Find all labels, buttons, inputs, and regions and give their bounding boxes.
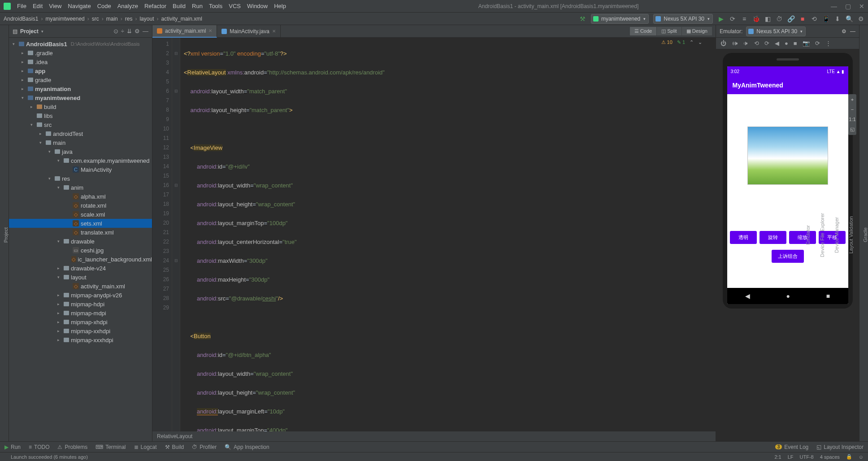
crumb[interactable]: src xyxy=(92,16,99,22)
project-title[interactable]: Project xyxy=(20,28,39,35)
emulator-device-dropdown[interactable]: Nexus 5X API 30 xyxy=(746,26,806,36)
tree-item[interactable]: ▾drawable xyxy=(9,237,152,246)
menu-file[interactable]: File xyxy=(17,3,26,9)
menu-window[interactable]: Window xyxy=(247,3,268,9)
debug-icon[interactable]: 🐞 xyxy=(752,15,760,22)
tree-item[interactable]: ▸gradle xyxy=(9,75,152,84)
minimize-icon[interactable]: — xyxy=(831,3,837,10)
tree-item[interactable]: CMainActivity xyxy=(9,165,152,174)
status-indent[interactable]: 4 spaces xyxy=(820,454,840,460)
tree-item[interactable]: ◇scale.xml xyxy=(9,210,152,219)
hide-icon[interactable]: — xyxy=(850,28,855,35)
tree-item[interactable]: ▾layout xyxy=(9,273,152,282)
snapshot-icon[interactable]: ⟳ xyxy=(815,40,820,47)
tree-item[interactable]: ◇activity_main.xml xyxy=(9,282,152,291)
menu-help[interactable]: Help xyxy=(274,3,286,9)
menu-run[interactable]: Run xyxy=(192,3,203,9)
tree-item[interactable]: ▸mipmap-xxhdpi xyxy=(9,326,152,335)
zoom-actual-icon[interactable]: ◱ xyxy=(850,126,855,132)
zoom-out-icon[interactable]: − xyxy=(851,107,854,112)
gear-icon[interactable]: ⚙ xyxy=(842,28,846,35)
back-icon[interactable]: ◀ xyxy=(775,40,779,47)
gear-icon[interactable]: ⚙ xyxy=(135,28,140,35)
bottom-event-log[interactable]: 3Event Log xyxy=(775,444,809,450)
settings-icon[interactable]: ⚙ xyxy=(857,15,864,22)
stop-icon[interactable]: ■ xyxy=(799,15,806,22)
rail-device-file-explorer[interactable]: Device File Explorer xyxy=(820,213,825,257)
status-caret-pos[interactable]: 2:1 xyxy=(774,454,781,460)
status-notifications-icon[interactable]: ☺ xyxy=(859,454,864,460)
profiler-icon[interactable]: ⏱ xyxy=(776,15,783,22)
btn-scale[interactable]: 缩放 xyxy=(789,231,816,244)
close-icon[interactable]: ✕ xyxy=(272,29,276,34)
rail-gradle[interactable]: Gradle xyxy=(863,227,868,242)
avd-icon[interactable]: 📱 xyxy=(822,15,829,22)
more-icon[interactable]: ⋮ xyxy=(825,40,831,47)
device-dropdown[interactable]: Nexus 5X API 30 xyxy=(653,14,713,24)
bottom-run[interactable]: ▶Run xyxy=(4,444,21,450)
tree-item[interactable]: ▸.idea xyxy=(9,57,152,66)
btn-rotate[interactable]: 旋转 xyxy=(760,231,786,244)
menu-edit[interactable]: Edit xyxy=(33,3,43,9)
menu-code[interactable]: Code xyxy=(97,3,111,9)
close-icon[interactable]: ✕ xyxy=(208,28,212,33)
bottom-layout-inspector[interactable]: ◱ Layout Inspector xyxy=(816,444,864,450)
view-mode-design[interactable]: ▦ Design xyxy=(682,27,712,35)
tree-item[interactable]: ▸mipmap-hdpi xyxy=(9,300,152,309)
nav-overview-icon[interactable]: ■ xyxy=(826,292,830,300)
power-icon[interactable]: ⏻ xyxy=(720,40,726,47)
rotate-right-icon[interactable]: ⟳ xyxy=(764,40,769,47)
zoom-fit-icon[interactable]: 1:1 xyxy=(849,117,855,122)
editor-breadcrumb[interactable]: RelativeLayout xyxy=(152,431,716,441)
tree-item[interactable]: ▸mipmap-mdpi xyxy=(9,309,152,317)
close-icon[interactable]: ✕ xyxy=(859,3,864,10)
overview-icon[interactable]: ■ xyxy=(794,40,797,47)
run-icon[interactable]: ▶ xyxy=(717,15,725,22)
rail-layout-validation[interactable]: Layout Validation xyxy=(848,216,854,254)
tree-item[interactable]: libs xyxy=(9,111,152,120)
crumb[interactable]: activity_main.xml xyxy=(161,16,202,22)
tree-item[interactable]: ▾res xyxy=(9,174,152,183)
btn-alpha[interactable]: 透明 xyxy=(730,231,757,244)
tree-item[interactable]: ▾src xyxy=(9,120,152,129)
collapse-icon[interactable]: ⇊ xyxy=(127,28,132,35)
tree-item[interactable]: ▸mipmap-xxxhdpi xyxy=(9,335,152,344)
tab-activity-main[interactable]: activity_main.xml✕ xyxy=(152,25,217,38)
btn-combo[interactable]: 上诉组合 xyxy=(772,250,804,263)
sdk-icon[interactable]: ⬇ xyxy=(834,15,841,22)
apply-code-icon[interactable]: ≡ xyxy=(741,15,748,22)
tree-item[interactable]: ▸.gradle xyxy=(9,48,152,57)
menu-view[interactable]: View xyxy=(49,3,61,9)
project-tree[interactable]: ▾AndroidBasis1D:\Android\Works\AndroidBa… xyxy=(9,38,152,441)
status-line-ending[interactable]: LF xyxy=(788,454,794,460)
menu-build[interactable]: Build xyxy=(173,3,186,9)
attach-icon[interactable]: 🔗 xyxy=(787,15,794,22)
bottom-problems[interactable]: ⚠ Problems xyxy=(57,444,87,450)
crumb[interactable]: AndroidBasis1 xyxy=(4,16,38,22)
expand-icon[interactable]: ÷ xyxy=(121,28,124,35)
maximize-icon[interactable]: ▢ xyxy=(845,3,851,10)
tree-item[interactable]: ▸build xyxy=(9,102,152,111)
rotate-left-icon[interactable]: ⟲ xyxy=(754,40,759,47)
phone-screen[interactable]: 3:02 LTE ▲ ▮ MyAnimTweened 透明 旋转 缩放 平移 xyxy=(727,66,848,304)
crumb[interactable]: layout xyxy=(139,16,154,22)
tree-item[interactable]: ▸mipmap-anydpi-v26 xyxy=(9,291,152,300)
tab-mainactivity[interactable]: MainActivity.java✕ xyxy=(217,25,280,38)
tree-item[interactable]: ▾java xyxy=(9,147,152,156)
volume-up-icon[interactable]: 🕪 xyxy=(732,40,738,47)
crumb[interactable]: myanimtweened xyxy=(45,16,84,22)
tree-root[interactable]: ▾AndroidBasis1D:\Android\Works\AndroidBa… xyxy=(9,39,152,48)
tree-item[interactable]: ◇rotate.xml xyxy=(9,201,152,210)
bottom-logcat[interactable]: ≣ Logcat xyxy=(134,444,157,450)
tree-item[interactable]: ◇alpha.xml xyxy=(9,192,152,201)
bottom-app-inspection[interactable]: 🔍 App Inspection xyxy=(225,444,269,450)
bottom-profiler[interactable]: ⏱ Profiler xyxy=(192,444,217,450)
volume-down-icon[interactable]: 🕩 xyxy=(743,40,749,47)
menu-tools[interactable]: Tools xyxy=(209,3,222,9)
tree-item[interactable]: ◇ic_launcher_background.xml xyxy=(9,255,152,264)
code-editor[interactable]: ⚠ 10 ✎ 1 ⌃⌄ 1234567891011121314151617181… xyxy=(152,38,716,431)
screenshot-icon[interactable]: 📷 xyxy=(803,40,810,47)
tree-item[interactable]: ▾myanimtweened xyxy=(9,93,152,102)
zoom-in-icon[interactable]: + xyxy=(851,97,854,102)
bottom-todo[interactable]: ≡ TODO xyxy=(29,444,49,450)
